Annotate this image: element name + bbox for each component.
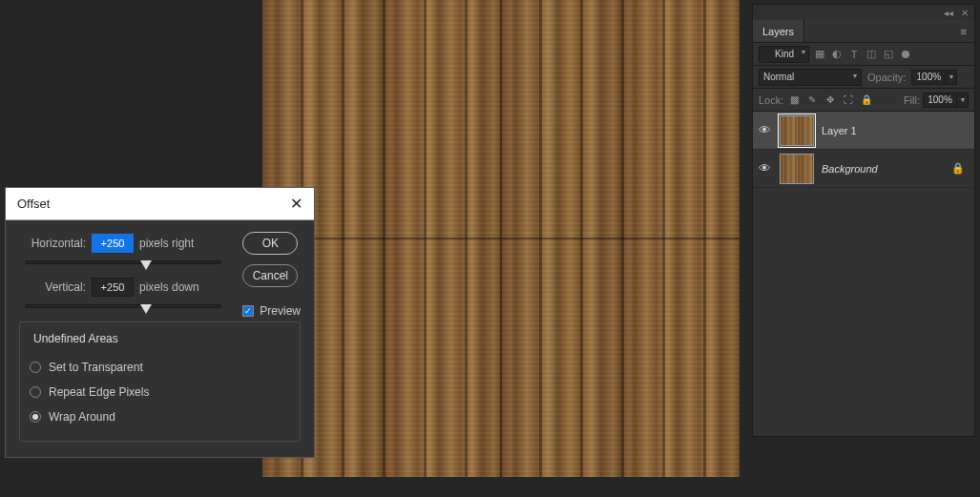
filter-shape-icon[interactable]: ◫ <box>865 48 878 61</box>
preview-checkbox[interactable]: ✓ <box>242 305 254 317</box>
preview-checkbox-row[interactable]: ✓ Preview <box>242 304 301 318</box>
lock-icon: 🔒 <box>951 162 965 175</box>
radio-icon[interactable] <box>30 386 41 398</box>
filter-pixel-icon[interactable]: ▦ <box>813 48 826 61</box>
tab-layers[interactable]: Layers <box>753 20 804 42</box>
collapse-icon[interactable]: ◂◂ <box>944 8 953 18</box>
visibility-toggle-icon[interactable]: 👁 <box>757 161 772 176</box>
filter-type-icon[interactable]: T <box>847 48 861 61</box>
layer-row[interactable]: 👁 Layer 1 <box>753 112 974 150</box>
vertical-slider[interactable] <box>25 304 221 308</box>
lock-transparent-icon[interactable]: ▩ <box>786 93 802 108</box>
panel-header: ◂◂ ✕ <box>753 5 974 20</box>
radio-icon[interactable] <box>30 411 41 423</box>
offset-seam-vertical <box>500 0 502 477</box>
close-icon[interactable]: ✕ <box>290 195 302 213</box>
filter-toggle-icon[interactable] <box>902 51 909 58</box>
lock-label: Lock: <box>759 94 783 106</box>
visibility-toggle-icon[interactable]: 👁 <box>757 123 772 138</box>
blend-mode-select[interactable]: Normal <box>759 69 862 86</box>
radio-wrap-around[interactable]: Wrap Around <box>30 404 290 429</box>
dialog-title: Offset <box>17 197 50 211</box>
document-canvas[interactable] <box>262 0 740 477</box>
undefined-areas-group: Undefined Areas Set to Transparent Repea… <box>19 321 301 442</box>
preview-label: Preview <box>260 304 301 318</box>
layer-row[interactable]: 👁 Background 🔒 <box>753 150 974 188</box>
offset-dialog: Offset ✕ OK Cancel ✓ Preview Horizontal:… <box>5 187 315 458</box>
horizontal-unit: pixels right <box>139 237 194 250</box>
horizontal-input[interactable] <box>92 234 134 253</box>
fill-label: Fill: <box>904 94 920 106</box>
opacity-caret-icon[interactable]: ▾ <box>946 70 957 85</box>
filter-smart-icon[interactable]: ◱ <box>882 48 895 61</box>
slider-thumb-icon[interactable] <box>140 304 152 314</box>
blend-mode-row: Normal Opacity: ▾ <box>753 66 974 89</box>
radio-icon[interactable] <box>30 362 41 373</box>
panel-empty-area <box>753 188 974 436</box>
layer-thumbnail[interactable] <box>780 115 814 146</box>
vertical-input[interactable] <box>92 278 134 297</box>
panel-tabs: Layers ≡ <box>753 20 974 43</box>
horizontal-label: Horizontal: <box>19 237 86 250</box>
layer-name[interactable]: Layer 1 <box>822 125 857 136</box>
layers-panel: ◂◂ ✕ Layers ≡ Kind ▦ ◐ T ◫ ◱ Normal Opac… <box>752 4 975 437</box>
filter-kind-select[interactable]: Kind <box>759 46 809 63</box>
slider-thumb-icon[interactable] <box>140 260 152 270</box>
undefined-areas-label: Undefined Areas <box>30 332 122 345</box>
radio-repeat-edge[interactable]: Repeat Edge Pixels <box>30 380 290 404</box>
radio-label: Repeat Edge Pixels <box>49 385 149 399</box>
lock-all-icon[interactable]: 🔒 <box>859 93 874 108</box>
horizontal-slider[interactable] <box>25 260 221 264</box>
layer-filter-row: Kind ▦ ◐ T ◫ ◱ <box>753 43 974 66</box>
lock-brush-icon[interactable]: ✎ <box>804 93 820 108</box>
opacity-input[interactable] <box>911 70 946 85</box>
filter-adjust-icon[interactable]: ◐ <box>830 48 844 61</box>
fill-input[interactable] <box>923 93 957 108</box>
vertical-unit: pixels down <box>139 280 199 294</box>
fill-caret-icon[interactable]: ▾ <box>957 93 969 108</box>
panel-menu-icon[interactable]: ≡ <box>953 26 974 37</box>
ok-button[interactable]: OK <box>242 232 298 255</box>
lock-artboard-icon[interactable]: ⛶ <box>841 93 856 108</box>
cancel-button[interactable]: Cancel <box>242 264 298 287</box>
radio-set-transparent[interactable]: Set to Transparent <box>30 355 290 380</box>
wood-texture-tile <box>501 0 740 238</box>
layer-thumbnail[interactable] <box>780 154 814 184</box>
radio-label: Wrap Around <box>49 410 115 424</box>
wood-texture-tile <box>501 238 740 477</box>
close-icon[interactable]: ✕ <box>961 8 969 18</box>
radio-label: Set to Transparent <box>49 361 143 374</box>
opacity-label: Opacity: <box>867 72 906 83</box>
dialog-title-bar[interactable]: Offset ✕ <box>6 188 314 220</box>
vertical-label: Vertical: <box>19 280 86 294</box>
layer-name[interactable]: Background <box>822 163 878 175</box>
lock-row: Lock: ▩ ✎ ✥ ⛶ 🔒 Fill: ▾ <box>753 89 974 112</box>
layers-list: 👁 Layer 1 👁 Background 🔒 <box>753 112 974 188</box>
lock-move-icon[interactable]: ✥ <box>823 93 838 108</box>
